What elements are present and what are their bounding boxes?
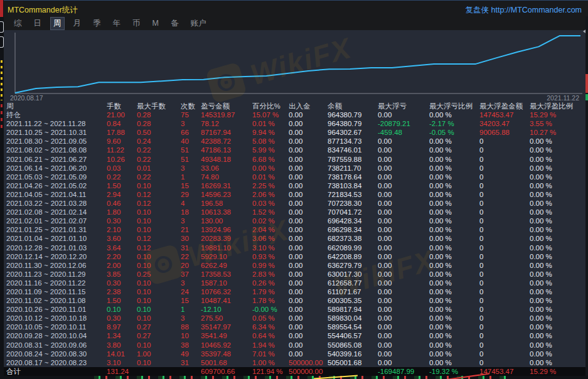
cell-mfl: 0.00 <box>378 173 429 181</box>
menu-item-8[interactable]: M <box>149 18 162 29</box>
table-row[interactable]: 2020.10.26 ~ 2020.11.010.100.101-12.10-0… <box>0 305 588 314</box>
cell-mfpp: 0.00 % <box>530 181 588 190</box>
cell-mfl: 0.00 <box>378 270 429 279</box>
table-row[interactable]: 2020.08.24 ~ 2020.08.3014.011.004935397.… <box>0 350 588 358</box>
table-row[interactable]: 2020.10.12 ~ 2020.10.180.300.103275.500.… <box>0 314 588 323</box>
cell-mfl: 0.00 <box>378 243 429 252</box>
cell-lots: 11.22 <box>107 146 137 154</box>
table-header-row: 周手数最大手数次数盈亏金额百分比%出入金余额最大浮亏最大浮亏比例最大浮盈金额最大… <box>0 102 588 110</box>
cell-mflp: 0.00 % <box>429 137 479 146</box>
table-row[interactable]: 2020.08.17 ~ 2020.08.233.100.10315001.68… <box>0 358 588 367</box>
cell-count: 40 <box>181 137 201 146</box>
cell-balance: 696428.34 <box>328 216 378 225</box>
table-row[interactable]: 2021.08.02 ~ 2021.08.0811.220.225147186.… <box>0 146 588 154</box>
cell-mfp: 0 <box>479 287 530 296</box>
cell-inout: 500000.00 <box>289 358 328 367</box>
cell-pnl: 5929.10 <box>201 252 252 261</box>
menu-item-7[interactable]: 币 <box>129 17 144 30</box>
menu-item-10[interactable]: 账户 <box>187 17 209 30</box>
cell-lots: 131.24 <box>107 367 137 376</box>
cell-period: 2021.05.03 ~ 2021.05.09 <box>6 173 107 181</box>
cell-mfp: 0 <box>479 216 530 225</box>
cell-period: 2021.04.05 ~ 2021.04.11 <box>6 190 107 199</box>
cell-mflp: 0.00 % <box>429 358 479 367</box>
cell-mfp: 0 <box>479 323 530 331</box>
table-row[interactable]: 2020.12.14 ~ 2020.12.202.200.10225929.10… <box>0 252 588 261</box>
table-row[interactable]: 2021.03.22 ~ 2021.03.280.460.124196.580.… <box>0 199 588 208</box>
cell-pct: 6.68 % <box>252 155 289 164</box>
open-position-row[interactable]: 持仓21.000.2875145319.8715.07 %0.00964380.… <box>0 110 588 119</box>
table-row[interactable]: 2021.02.08 ~ 2021.02.141.800.101810613.3… <box>0 208 588 216</box>
cell-pnl: 20283.39 <box>201 234 252 243</box>
cell-balance: 600305.35 <box>328 296 378 305</box>
cell-pct: 0.05 % <box>252 314 289 323</box>
cell-mfpp: 0.00 % <box>530 173 588 181</box>
menu-item-3[interactable]: 周 <box>50 17 65 30</box>
cell-mfp: 0 <box>479 137 530 146</box>
cell-mfp: 0 <box>479 155 530 164</box>
menu-item-1[interactable]: 综 <box>11 17 25 30</box>
table-row[interactable]: 2021.05.03 ~ 2021.05.090.220.22174.800.0… <box>0 173 588 181</box>
table-row[interactable]: 2020.11.02 ~ 2020.11.081.500.101510487.4… <box>0 296 588 305</box>
menu-item-9[interactable]: 备 <box>168 17 182 30</box>
column-header-mfpp: 最大浮盈比例 <box>530 102 588 110</box>
cell-lots: 17.88 <box>107 128 137 137</box>
table-row[interactable]: 2021.04.05 ~ 2021.04.112.940.122914596.2… <box>0 190 588 199</box>
weekly-stats-table: 周手数最大手数次数盈亏金额百分比%出入金余额最大浮亏最大浮亏比例最大浮盈金额最大… <box>0 102 588 376</box>
cell-mflp: 0.00 % <box>429 173 479 181</box>
cell-balance: 589830.04 <box>328 314 378 323</box>
menu-item-4[interactable]: 月 <box>70 17 85 30</box>
cell-pct: 2.83 % <box>252 270 289 279</box>
cell-maxlots: 0.50 <box>137 128 181 137</box>
cell-mfpp: 0.00 % <box>530 137 588 146</box>
cell-mflp: 0.00 % <box>429 261 479 270</box>
cell-inout: 0.00 <box>289 296 328 305</box>
cell-maxlots: 0.10 <box>137 261 181 270</box>
table-row[interactable]: 2021.01.25 ~ 2021.01.312.100.102113924.9… <box>0 225 588 234</box>
table-row[interactable]: 2021.06.14 ~ 2021.06.200.030.01333.060.0… <box>0 164 588 173</box>
table-row[interactable]: 2020.11.09 ~ 2020.11.152.380.102410766.3… <box>0 287 588 296</box>
table-row[interactable]: 2021.04.26 ~ 2021.05.021.500.101516269.3… <box>0 181 588 190</box>
cell-mfp: 0 <box>479 243 530 252</box>
table-row[interactable]: 2020.12.28 ~ 2021.01.033.640.123119881.1… <box>0 243 588 252</box>
cell-mflp: 0.00 % <box>429 216 479 225</box>
cell-mfp: 0 <box>479 314 530 323</box>
cell-mfl: 0.00 <box>378 190 429 199</box>
table-row[interactable]: 2020.11.23 ~ 2020.11.293.850.253717358.5… <box>0 270 588 279</box>
cell-lots: 0.10 <box>107 305 137 314</box>
table-row[interactable]: 2021.11.22 ~ 2021.11.280.840.28378.120.0… <box>0 119 588 128</box>
menu-item-6[interactable]: 年 <box>110 17 124 30</box>
background-window-bottom-sliver <box>0 376 588 379</box>
cell-pct: 1.79 % <box>252 287 289 296</box>
cell-mfpp: 0.00 % <box>530 252 588 261</box>
cell-mfp: 34203.47 <box>479 119 530 128</box>
cell-maxlots: 0.27 <box>137 323 181 331</box>
table-row[interactable]: 2020.09.28 ~ 2020.10.041.340.27103541.49… <box>0 331 588 340</box>
cell-balance: 611071.67 <box>328 287 378 296</box>
table-row[interactable]: 2021.01.04 ~ 2021.01.103.600.123020283.3… <box>0 234 588 243</box>
table-row[interactable]: 2021.08.30 ~ 2021.09.059.600.244042388.7… <box>0 137 588 146</box>
table-row[interactable]: 2020.11.16 ~ 2020.11.220.300.1031587.100… <box>0 279 588 287</box>
table-row[interactable]: 2020.08.31 ~ 2020.09.063.800.103810465.9… <box>0 341 588 350</box>
cell-mfpp: 0.00 % <box>530 261 588 270</box>
table-row[interactable]: 2021.10.25 ~ 2021.10.3117.880.506687167.… <box>0 128 588 137</box>
cell-period: 2021.06.21 ~ 2021.06.27 <box>6 155 107 164</box>
cell-mflp: 0.00 % <box>429 199 479 208</box>
brand-link[interactable]: 复盘侠 http://MTCommander.com <box>466 5 582 16</box>
cell-balance: 721834.53 <box>328 190 378 199</box>
cell-lots: 0.46 <box>107 199 137 208</box>
table-row[interactable]: 2021.02.01 ~ 2021.02.070.300.103130.000.… <box>0 216 588 225</box>
cell-maxlots: 0.10 <box>137 225 181 234</box>
menu-item-2[interactable]: 日 <box>31 17 45 30</box>
cell-lots: 0.22 <box>107 173 137 181</box>
cell-maxlots: 0.25 <box>137 270 181 279</box>
menu-item-5[interactable]: 季 <box>90 17 104 30</box>
cell-inout: 0.00 <box>289 287 328 296</box>
cell-mflp: 0.00 % <box>429 296 479 305</box>
cell-mfpp: 0.00 % <box>530 208 588 216</box>
table-row[interactable]: 2020.11.30 ~ 2020.12.062.000.10206262.49… <box>0 261 588 270</box>
cell-mflp: 0.00 % <box>429 146 479 154</box>
table-row[interactable]: 2021.06.21 ~ 2021.06.2710.260.225149348.… <box>0 155 588 164</box>
table-row[interactable]: 2020.10.05 ~ 2020.10.118.970.278835147.9… <box>0 323 588 331</box>
cell-inout: 0.00 <box>289 137 328 146</box>
